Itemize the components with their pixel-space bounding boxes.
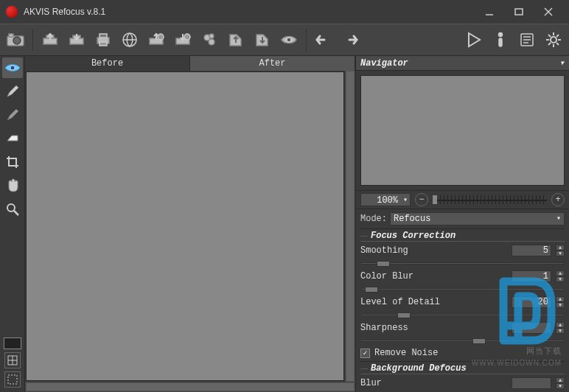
navigator-preview[interactable] bbox=[360, 75, 565, 186]
svg-point-14 bbox=[209, 39, 214, 45]
remove-noise-checkbox[interactable]: ✓ bbox=[360, 349, 370, 358]
svg-line-28 bbox=[548, 35, 551, 37]
run-icon[interactable] bbox=[463, 29, 485, 51]
level-of-detail-value[interactable]: 20 bbox=[512, 296, 551, 308]
color-blur-label: Color Blur bbox=[360, 271, 507, 281]
vertical-scrollbar[interactable] bbox=[345, 71, 355, 382]
svg-point-16 bbox=[287, 38, 291, 42]
eraser-icon[interactable] bbox=[2, 128, 23, 149]
color-swatch[interactable] bbox=[4, 337, 21, 349]
camera-icon[interactable] bbox=[4, 29, 27, 51]
save-icon[interactable] bbox=[66, 29, 88, 51]
focus-brush-icon[interactable] bbox=[2, 81, 23, 102]
export-preset-icon[interactable] bbox=[172, 29, 194, 51]
horizontal-scrollbar[interactable] bbox=[25, 382, 355, 392]
color-blur-slider[interactable] bbox=[360, 285, 565, 291]
smoothing-label: Smoothing bbox=[360, 245, 507, 256]
toolbar-divider bbox=[32, 29, 33, 51]
svg-point-17 bbox=[499, 33, 503, 37]
preview-icon[interactable] bbox=[278, 29, 300, 51]
notes-icon[interactable] bbox=[516, 29, 538, 51]
open-icon[interactable] bbox=[39, 29, 61, 51]
svg-rect-6 bbox=[9, 34, 13, 37]
parameters-panel: Mode: Refocus Focus Correction Smoothing… bbox=[356, 209, 569, 392]
svg-line-29 bbox=[556, 43, 559, 45]
close-button[interactable] bbox=[534, 1, 563, 22]
zoom-in-icon[interactable]: + bbox=[551, 193, 565, 206]
svg-point-23 bbox=[551, 37, 556, 43]
smoothing-value[interactable]: 5 bbox=[512, 245, 551, 256]
undo-icon[interactable] bbox=[313, 29, 335, 51]
sharpness-value[interactable] bbox=[512, 322, 551, 334]
svg-point-32 bbox=[10, 66, 15, 70]
svg-rect-8 bbox=[100, 34, 107, 38]
mode-select[interactable]: Refocus bbox=[390, 212, 565, 225]
navigator-title: Navigator bbox=[360, 58, 408, 69]
maximize-button[interactable] bbox=[504, 1, 534, 22]
hand-icon[interactable] bbox=[2, 175, 23, 196]
svg-point-12 bbox=[184, 34, 190, 40]
preview-tool-icon[interactable] bbox=[2, 57, 23, 78]
tool-strip bbox=[0, 56, 25, 392]
settings-icon[interactable] bbox=[542, 29, 565, 51]
svg-line-34 bbox=[14, 211, 18, 215]
level-of-detail-label: Level of Detail bbox=[360, 297, 507, 307]
canvas[interactable] bbox=[26, 71, 344, 381]
save-mask-icon[interactable] bbox=[251, 29, 273, 51]
level-of-detail-slider[interactable] bbox=[360, 311, 565, 317]
smoothing-spinner[interactable]: ▲▼ bbox=[556, 245, 565, 256]
svg-rect-18 bbox=[499, 38, 502, 46]
svg-point-33 bbox=[7, 204, 15, 211]
minimize-button[interactable] bbox=[475, 1, 504, 22]
zoom-bar: 100% − + bbox=[356, 190, 569, 209]
mode-label: Mode: bbox=[360, 214, 387, 224]
svg-rect-1 bbox=[515, 9, 523, 15]
sharpness-label: Sharpness bbox=[360, 323, 507, 333]
blur-label: Blur bbox=[360, 378, 507, 388]
sharpness-slider[interactable] bbox=[360, 337, 565, 343]
import-preset-icon[interactable] bbox=[145, 29, 167, 51]
svg-line-30 bbox=[556, 35, 559, 37]
redo-icon[interactable] bbox=[339, 29, 361, 51]
svg-point-5 bbox=[13, 37, 21, 44]
zoom-slider[interactable] bbox=[433, 195, 547, 204]
show-regions-icon[interactable] bbox=[4, 352, 21, 368]
canvas-area: Before After bbox=[25, 56, 355, 392]
zoom-out-icon[interactable]: − bbox=[415, 193, 428, 206]
background-defocus-label: Background Defocus bbox=[360, 361, 565, 374]
level-of-detail-spinner[interactable]: ▲▼ bbox=[556, 296, 565, 308]
web-icon[interactable] bbox=[119, 29, 141, 51]
navigator-header: Navigator ▾ bbox=[356, 56, 569, 71]
collapse-icon[interactable]: ▾ bbox=[559, 57, 565, 69]
svg-line-31 bbox=[548, 43, 551, 45]
crop-icon[interactable] bbox=[2, 152, 23, 172]
print-icon[interactable] bbox=[92, 29, 114, 51]
smoothing-slider[interactable] bbox=[360, 259, 565, 265]
zoom-icon[interactable] bbox=[2, 199, 23, 220]
svg-point-11 bbox=[158, 34, 164, 40]
svg-rect-9 bbox=[100, 42, 107, 46]
tab-before[interactable]: Before bbox=[25, 56, 190, 71]
app-title: AKVIS Refocus v.8.1 bbox=[24, 7, 475, 17]
svg-rect-38 bbox=[8, 375, 17, 384]
show-selection-icon[interactable] bbox=[4, 371, 21, 388]
svg-point-15 bbox=[209, 34, 214, 38]
tab-after[interactable]: After bbox=[190, 56, 355, 71]
blur-spinner[interactable]: ▲▼ bbox=[556, 377, 565, 389]
remove-noise-label: Remove Noise bbox=[374, 348, 438, 358]
title-bar: AKVIS Refocus v.8.1 bbox=[0, 0, 569, 24]
background-brush-icon[interactable] bbox=[2, 105, 23, 125]
color-blur-spinner[interactable]: ▲▼ bbox=[556, 270, 565, 282]
info-icon[interactable] bbox=[489, 29, 512, 51]
main-toolbar bbox=[0, 24, 569, 56]
app-logo-icon bbox=[6, 6, 18, 18]
color-blur-value[interactable]: 1 bbox=[512, 270, 551, 282]
toolbar-divider bbox=[306, 29, 307, 51]
right-panel: Navigator ▾ 100% − + Mode: Refocus Focus… bbox=[355, 56, 569, 392]
view-tabs: Before After bbox=[25, 56, 355, 71]
batch-icon[interactable] bbox=[198, 29, 220, 51]
zoom-select[interactable]: 100% bbox=[360, 193, 411, 206]
sharpness-spinner[interactable]: ▲▼ bbox=[556, 322, 565, 334]
blur-value[interactable] bbox=[512, 377, 551, 389]
load-mask-icon[interactable] bbox=[225, 29, 247, 51]
